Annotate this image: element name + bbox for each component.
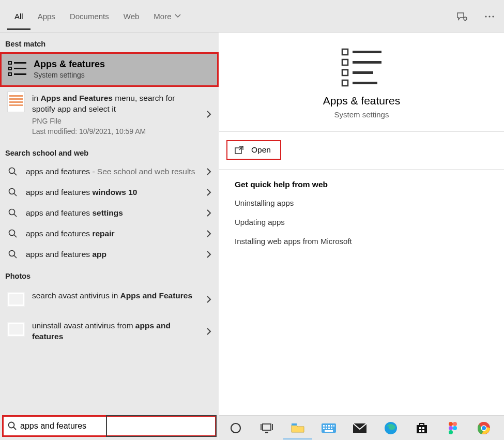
svg-rect-27 — [265, 432, 268, 433]
file-result[interactable]: in Apps and Features menu, search for sp… — [0, 87, 219, 142]
cortana-icon — [230, 422, 242, 434]
best-match-result[interactable]: Apps & features System settings — [0, 52, 219, 87]
web-suggestion[interactable]: apps and features repair — [0, 223, 219, 244]
svg-point-10 — [9, 168, 15, 173]
taskbar-file-explorer[interactable] — [283, 417, 312, 439]
apps-features-icon — [340, 47, 384, 87]
tab-web[interactable]: Web — [116, 3, 147, 30]
quick-help-link[interactable]: Installing web apps from Microsoft — [235, 237, 488, 246]
svg-rect-45 — [419, 430, 421, 432]
svg-rect-6 — [9, 73, 11, 75]
photo-result-title: search avast antivirus in Apps and Featu… — [32, 291, 197, 301]
web-suggestion[interactable]: apps and features app — [0, 244, 219, 265]
svg-rect-35 — [323, 428, 325, 429]
detail-header: Apps & features System settings — [219, 36, 504, 132]
taskbar-cortana[interactable] — [221, 417, 250, 439]
svg-rect-16 — [342, 49, 348, 55]
chevron-right-icon — [206, 110, 211, 118]
svg-rect-37 — [328, 428, 330, 429]
tab-all[interactable]: All — [7, 3, 30, 30]
tab-apps[interactable]: Apps — [30, 3, 63, 30]
svg-rect-23 — [353, 82, 377, 84]
chevron-right-icon — [206, 188, 211, 196]
search-icon — [7, 208, 19, 218]
taskbar-mail[interactable] — [345, 417, 374, 439]
search-icon — [7, 188, 19, 197]
feedback-icon[interactable] — [454, 9, 469, 24]
svg-rect-30 — [323, 425, 325, 427]
taskbar-edge[interactable] — [376, 417, 405, 439]
chrome-icon — [477, 421, 491, 435]
section-photos: Photos — [0, 265, 219, 284]
chevron-right-icon — [206, 327, 211, 336]
photo-result[interactable]: search avast antivirus in Apps and Featu… — [0, 284, 219, 314]
svg-rect-5 — [9, 67, 11, 70]
search-icon — [7, 250, 19, 259]
photo-thumbnail-icon — [7, 321, 25, 338]
search-icon — [8, 421, 17, 431]
svg-rect-20 — [353, 51, 381, 53]
file-result-title: in Apps and Features menu, search for sp… — [32, 93, 197, 115]
svg-rect-44 — [422, 427, 424, 429]
figma-icon — [448, 421, 457, 435]
svg-rect-32 — [328, 425, 330, 427]
svg-point-13 — [9, 230, 15, 235]
quick-help-section: Get quick help from web Uninstalling app… — [219, 170, 504, 266]
detail-title: Apps & features — [219, 95, 504, 107]
svg-rect-31 — [326, 425, 327, 427]
svg-rect-8 — [14, 68, 26, 69]
svg-point-12 — [9, 209, 15, 215]
svg-rect-42 — [417, 425, 427, 433]
svg-rect-26 — [263, 424, 271, 430]
web-suggestion[interactable]: apps and features - See school and web r… — [0, 161, 219, 182]
tab-documents[interactable]: Documents — [63, 3, 116, 30]
quick-help-link[interactable]: Updating apps — [235, 218, 488, 226]
svg-rect-4 — [9, 62, 11, 64]
section-best-match: Best match — [0, 33, 219, 52]
suggestion-text: apps and features windows 10 — [26, 188, 211, 197]
file-result-type: PNG File — [32, 117, 197, 125]
quick-help-link[interactable]: Uninstalling apps — [235, 199, 488, 207]
store-icon — [416, 422, 428, 434]
taskbar-figma[interactable] — [438, 417, 467, 439]
suggestion-text: apps and features app — [26, 250, 211, 259]
chevron-right-icon — [206, 209, 211, 217]
tab-more[interactable]: More — [146, 3, 188, 30]
quick-help-title: Get quick help from web — [235, 180, 488, 189]
keyboard-icon — [321, 423, 337, 433]
photo-result[interactable]: uninstall avast antivirus from apps and … — [0, 314, 219, 348]
taskbar-chrome[interactable] — [469, 417, 498, 439]
chevron-right-icon — [206, 250, 211, 259]
svg-point-0 — [464, 17, 467, 20]
svg-point-49 — [453, 422, 457, 426]
search-box-container — [0, 412, 219, 440]
svg-point-1 — [485, 16, 486, 17]
svg-point-2 — [488, 16, 490, 17]
png-thumbnail-icon — [7, 93, 25, 111]
taskbar-onscreen-keyboard[interactable] — [314, 417, 343, 439]
suggestion-text: apps and features repair — [26, 229, 211, 238]
edge-icon — [384, 421, 398, 435]
svg-point-50 — [449, 426, 453, 430]
search-input[interactable] — [17, 421, 211, 431]
svg-rect-39 — [325, 430, 333, 432]
svg-rect-17 — [342, 59, 348, 65]
svg-rect-22 — [353, 71, 373, 74]
taskbar-task-view[interactable] — [252, 417, 281, 439]
web-suggestion[interactable]: apps and features settings — [0, 203, 219, 223]
best-match-title: Apps & features — [34, 59, 105, 70]
svg-point-3 — [492, 16, 494, 17]
suggestion-text: apps and features - See school and web r… — [26, 167, 211, 176]
svg-point-15 — [9, 422, 14, 428]
more-options-icon[interactable] — [482, 9, 497, 24]
search-icon — [7, 167, 19, 176]
svg-rect-38 — [331, 428, 332, 429]
search-box[interactable] — [2, 415, 217, 437]
taskbar-store[interactable] — [407, 417, 436, 439]
open-button[interactable]: Open — [226, 140, 281, 160]
svg-rect-36 — [326, 428, 327, 429]
chevron-right-icon — [206, 230, 211, 238]
web-suggestion[interactable]: apps and features windows 10 — [0, 182, 219, 203]
task-view-icon — [260, 422, 273, 434]
mail-icon — [353, 423, 367, 433]
